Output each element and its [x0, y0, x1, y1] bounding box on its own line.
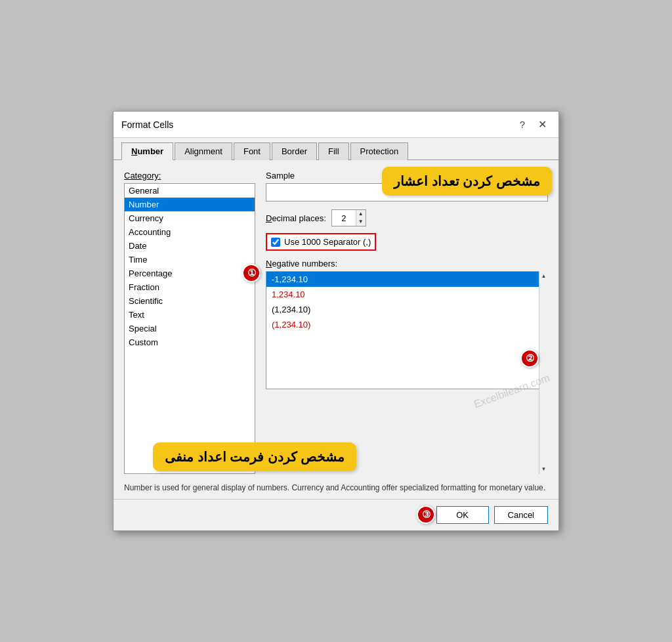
- callout-negative: مشخص کردن فرمت اعداد منفی: [153, 442, 356, 471]
- neg-item-1[interactable]: 1,234.10: [266, 287, 547, 302]
- neg-item-2[interactable]: (1,234.10): [266, 302, 547, 317]
- tab-fill[interactable]: Fill: [318, 142, 349, 160]
- category-label: Category:: [124, 171, 255, 181]
- decimal-row: Decimal places: ▲ ▼: [266, 209, 548, 226]
- category-item-number[interactable]: Number: [125, 198, 255, 211]
- content-row: Category: General Number Currency Accoun…: [124, 171, 548, 474]
- tab-alignment[interactable]: Alignment: [175, 142, 232, 160]
- category-item-general[interactable]: General: [125, 184, 255, 198]
- scroll-up-arrow[interactable]: ▲: [539, 271, 549, 281]
- decimal-down-button[interactable]: ▼: [356, 218, 366, 226]
- tab-number[interactable]: Number: [121, 142, 173, 160]
- separator-checkbox[interactable]: [271, 238, 280, 247]
- help-button[interactable]: ?: [516, 118, 529, 131]
- decimal-input[interactable]: [332, 212, 356, 225]
- category-item-time[interactable]: Time: [125, 253, 255, 267]
- right-panel: Sample Decimal places: ▲ ▼: [266, 171, 548, 474]
- tab-font[interactable]: Font: [234, 142, 270, 160]
- decimal-spinner: ▲ ▼: [356, 210, 366, 226]
- badge-two: ②: [520, 349, 539, 368]
- badge-one: ①: [242, 264, 261, 282]
- ok-button[interactable]: OK: [436, 506, 489, 524]
- separator-label: Use 1000 Separator (,): [284, 237, 371, 247]
- category-item-percentage[interactable]: Percentage: [125, 267, 255, 280]
- neg-item-3[interactable]: (1,234.10): [266, 317, 547, 332]
- negative-list[interactable]: -1,234.10 1,234.10 (1,234.10) (1,234.10): [266, 271, 548, 389]
- neg-item-0[interactable]: -1,234.10: [266, 272, 547, 287]
- title-bar-buttons: ? ✕: [516, 117, 551, 132]
- badge-three: ③: [417, 505, 435, 524]
- category-item-scientific[interactable]: Scientific: [125, 294, 255, 308]
- category-item-currency[interactable]: Currency: [125, 211, 255, 225]
- category-item-date[interactable]: Date: [125, 239, 255, 253]
- category-label-text: Category:: [124, 171, 161, 181]
- dialog-title: Format Cells: [121, 119, 173, 130]
- cancel-button[interactable]: Cancel: [494, 506, 548, 524]
- tab-content: مشخص کردن تعداد اعشار ① ② Excelbilearn.c…: [114, 160, 558, 499]
- footer: ③ OK Cancel: [114, 499, 558, 530]
- tab-border[interactable]: Border: [272, 142, 317, 160]
- negative-list-scrollbar[interactable]: ▲ ▼: [539, 271, 548, 474]
- tab-protection[interactable]: Protection: [350, 142, 409, 160]
- category-item-fraction[interactable]: Fraction: [125, 280, 255, 294]
- category-item-special[interactable]: Special: [125, 322, 255, 335]
- category-item-custom[interactable]: Custom: [125, 335, 255, 349]
- description-box: Number is used for general display of nu…: [124, 482, 548, 494]
- category-panel: Category: General Number Currency Accoun…: [124, 171, 255, 474]
- scroll-down-arrow[interactable]: ▼: [539, 464, 549, 474]
- callout-decimal: مشخص کردن تعداد اعشار: [382, 167, 552, 196]
- category-item-accounting[interactable]: Accounting: [125, 225, 255, 239]
- decimal-input-wrapper: ▲ ▼: [331, 209, 366, 226]
- negative-label: Negative numbers:: [266, 259, 548, 268]
- decimal-label: Decimal places:: [266, 213, 326, 223]
- category-list[interactable]: General Number Currency Accounting Date …: [124, 183, 255, 474]
- format-cells-dialog: Format Cells ? ✕ Number Alignment Font B…: [113, 111, 559, 531]
- category-item-text[interactable]: Text: [125, 308, 255, 322]
- tab-bar: Number Alignment Font Border Fill Protec…: [114, 138, 558, 160]
- close-button[interactable]: ✕: [534, 117, 551, 132]
- title-bar: Format Cells ? ✕: [114, 112, 558, 138]
- separator-row: Use 1000 Separator (,): [266, 233, 376, 251]
- decimal-up-button[interactable]: ▲: [356, 210, 366, 218]
